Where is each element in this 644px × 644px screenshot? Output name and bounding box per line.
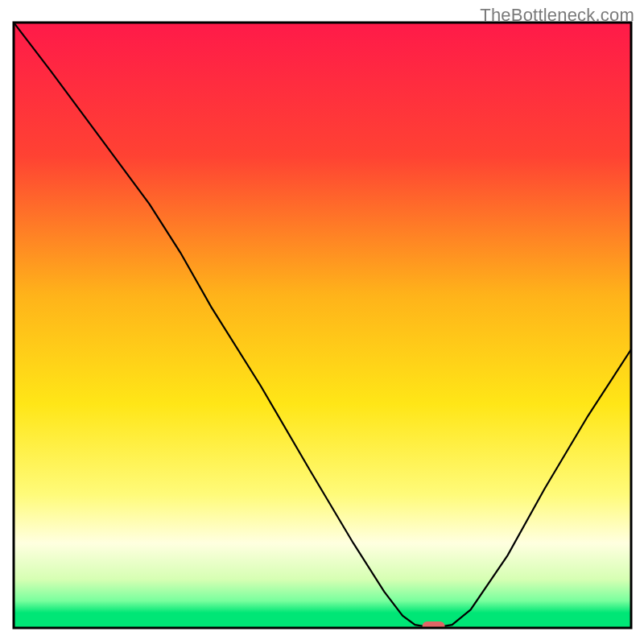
gradient-background <box>14 23 631 628</box>
watermark-text: TheBottleneck.com <box>480 5 634 26</box>
bottleneck-chart <box>0 0 644 644</box>
chart-container: TheBottleneck.com <box>0 0 644 644</box>
